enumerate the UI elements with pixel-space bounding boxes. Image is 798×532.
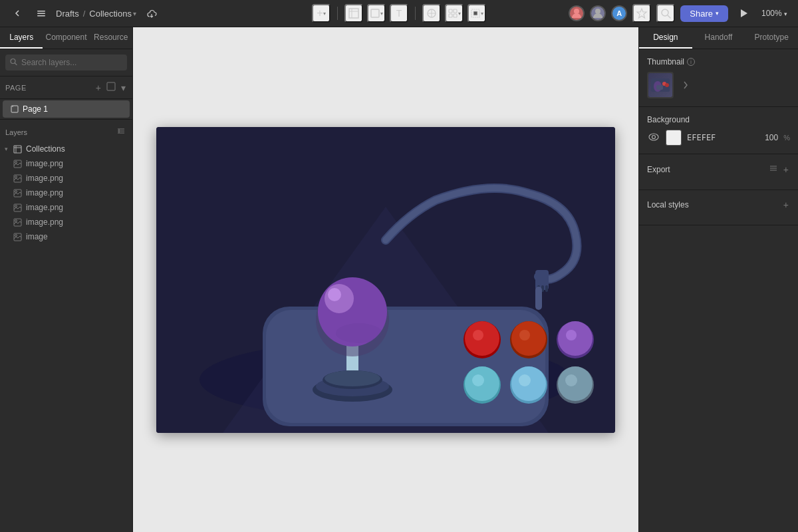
zoom-control[interactable]: 100% ▾ — [759, 6, 790, 21]
tab-resource[interactable]: Resource — [90, 27, 132, 49]
local-styles-header: Local styles + — [647, 198, 790, 211]
background-row: % — [647, 130, 790, 146]
component-tool[interactable]: ▾ — [445, 4, 464, 23]
layer-item-5[interactable]: image.png — [0, 215, 132, 229]
svg-rect-73 — [545, 285, 548, 292]
thumbnail-section: Thumbnail i — [639, 49, 798, 107]
export-add-button[interactable]: + — [782, 162, 790, 176]
topbar: Drafts / Collections ▾ + ▾ ▾ T — [0, 0, 798, 27]
svg-point-68 — [328, 288, 341, 301]
layer-item-4[interactable]: image.png — [0, 200, 132, 215]
layers-label: Layers — [5, 128, 27, 136]
svg-point-39 — [15, 190, 17, 192]
right-panel-tabs: Design Handoff Prototype — [639, 27, 798, 49]
layers-collapse-button[interactable] — [115, 125, 127, 139]
tab-layers[interactable]: Layers — [0, 27, 43, 49]
move-tool[interactable] — [422, 4, 441, 23]
thumbnail-box[interactable] — [647, 72, 674, 98]
export-settings-button[interactable] — [767, 162, 779, 176]
frame-tool[interactable] — [344, 4, 363, 23]
search-wrap — [5, 55, 127, 70]
play-button[interactable] — [733, 5, 753, 22]
svg-rect-13 — [449, 14, 452, 17]
thumbnail-next-icon[interactable] — [678, 72, 694, 98]
plugins-button[interactable] — [632, 4, 651, 23]
breadcrumb-separator: / — [83, 9, 86, 19]
tool-divider-2 — [415, 7, 416, 20]
tab-component[interactable]: Component — [43, 27, 89, 49]
thumbnail-info-icon[interactable]: i — [687, 58, 695, 66]
page-1-item[interactable]: Page 1 — [3, 100, 130, 118]
svg-point-85 — [472, 374, 484, 386]
add-page-button[interactable]: + — [94, 80, 102, 94]
tab-prototype[interactable]: Prototype — [745, 27, 798, 49]
svg-point-64 — [325, 370, 380, 386]
layer-collections-group[interactable]: ▾ Collections — [0, 142, 132, 156]
svg-point-43 — [15, 219, 17, 221]
share-button[interactable]: Share ▾ — [680, 5, 728, 22]
bg-color-swatch[interactable] — [666, 130, 682, 146]
bg-visibility-button[interactable] — [647, 131, 660, 144]
svg-rect-31 — [14, 146, 21, 153]
svg-rect-48 — [656, 85, 663, 90]
scale-tool[interactable]: ▾ — [467, 4, 486, 23]
breadcrumb-drafts[interactable]: Drafts — [56, 9, 79, 19]
layer-item-2-label: image.png — [26, 174, 63, 183]
back-button[interactable] — [8, 5, 27, 21]
svg-rect-12 — [454, 9, 457, 13]
svg-point-35 — [15, 161, 17, 163]
tab-handoff[interactable]: Handoff — [692, 27, 745, 49]
layer-toggle-icon[interactable]: ▾ — [3, 146, 9, 152]
canvas-frame[interactable] — [156, 127, 615, 433]
export-header: Export + — [647, 162, 790, 176]
export-section: Export + — [639, 154, 798, 190]
cloud-save-button[interactable] — [142, 5, 162, 22]
bg-pct-label: % — [783, 134, 790, 142]
avatar-2[interactable] — [590, 5, 606, 21]
local-styles-section: Local styles + — [639, 190, 798, 225]
layers-section-header: Layers — [0, 119, 132, 142]
image-icon-6 — [13, 233, 22, 241]
breadcrumb: Drafts / Collections ▾ — [56, 9, 136, 19]
share-chevron: ▾ — [716, 10, 719, 17]
svg-point-22 — [11, 59, 15, 64]
background-label: Background — [647, 115, 690, 124]
svg-point-69 — [336, 323, 382, 343]
svg-point-18 — [595, 9, 600, 14]
menu-button[interactable] — [32, 5, 51, 21]
bg-opacity-input[interactable] — [759, 133, 778, 142]
page-collapse-button[interactable]: ▾ — [120, 80, 127, 94]
topbar-center: + ▾ ▾ T ▾ ▾ — [312, 4, 486, 23]
layer-item-1[interactable]: image.png — [0, 156, 132, 171]
avatar-3[interactable]: A — [611, 5, 627, 21]
page-section: Page + ▾ — [0, 76, 132, 99]
search-bar — [0, 49, 132, 76]
search-assets-button[interactable] — [656, 4, 675, 23]
page-options-button[interactable] — [105, 80, 117, 94]
frame-icon — [13, 145, 22, 154]
tab-design[interactable]: Design — [639, 27, 692, 49]
text-tool[interactable]: T — [390, 4, 408, 23]
search-layers-input[interactable] — [5, 55, 127, 70]
svg-point-88 — [519, 374, 531, 386]
game-controller-illustration — [156, 127, 615, 433]
avatar-1[interactable] — [569, 5, 585, 21]
export-label: Export — [647, 165, 670, 174]
thumbnail-header: Thumbnail i — [647, 57, 790, 66]
svg-point-51 — [649, 134, 658, 140]
layer-item-6[interactable]: image — [0, 229, 132, 244]
layer-item-2[interactable]: image.png — [0, 171, 132, 186]
canvas[interactable] — [133, 27, 638, 532]
shape-tool[interactable]: ▾ — [367, 4, 386, 23]
svg-rect-14 — [454, 14, 457, 17]
bg-hex-input[interactable] — [687, 133, 754, 142]
svg-rect-1 — [37, 13, 45, 15]
svg-rect-2 — [37, 15, 45, 17]
svg-rect-4 — [349, 9, 358, 18]
image-icon-2 — [13, 174, 22, 183]
local-styles-add-button[interactable]: + — [782, 198, 790, 211]
layer-item-6-label: image — [26, 232, 48, 241]
layer-item-3[interactable]: image.png — [0, 186, 132, 200]
breadcrumb-current[interactable]: Collections ▾ — [89, 9, 136, 19]
add-tool[interactable]: + ▾ — [312, 4, 331, 23]
